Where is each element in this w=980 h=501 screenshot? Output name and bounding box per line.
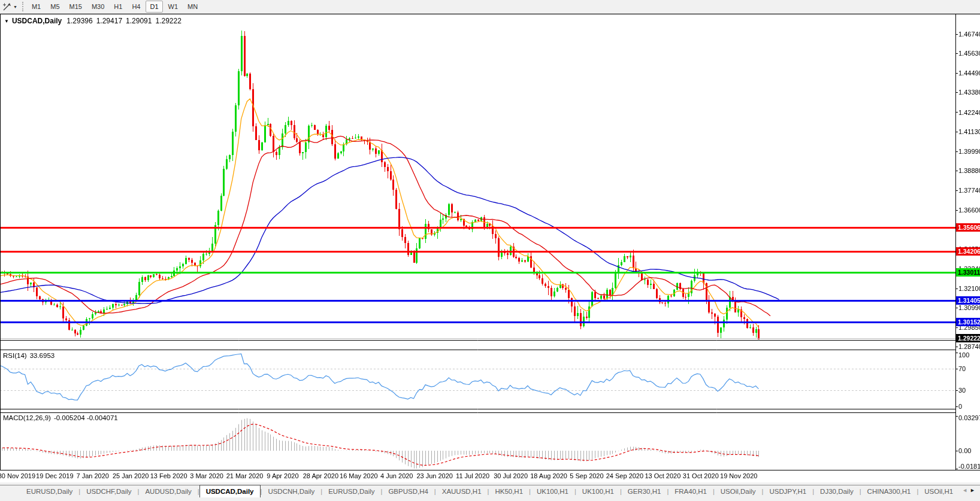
price-tick-label: 1.37740	[958, 187, 980, 194]
date-tick-label: 13 Oct 2020	[645, 472, 680, 479]
price-tick-label: 1.43380	[958, 89, 980, 96]
ohlc-high: 1.29417	[96, 17, 122, 25]
price-level-tag: 1.35606	[956, 223, 980, 232]
toolbar-grip[interactable]	[22, 2, 23, 11]
date-tick-label: 23 Jun 2020	[416, 472, 453, 479]
chart-tab-uk100[interactable]: UK100,H1	[576, 486, 620, 497]
date-tick-label: 4 Jun 2020	[380, 472, 413, 479]
rsi-scale-label: 0	[958, 403, 962, 410]
macd-value: -0.005204 -0.004071	[54, 414, 118, 421]
timeframe-button-m5[interactable]: M5	[46, 1, 63, 13]
mt4-terminal: ▼ M1M5M15M30H1H4D1W1MN ▼USDCAD,Daily1.29…	[0, 0, 980, 501]
rsi-scale-label: 30	[958, 387, 966, 394]
timeframe-button-h4[interactable]: H4	[128, 1, 144, 13]
date-tick-label: 5 Sep 2020	[570, 472, 603, 479]
date-tick-label: 24 Sep 2020	[606, 472, 643, 479]
tab-scroll-nav: ◄►	[962, 487, 978, 493]
ohlc-close: 1.29222	[155, 17, 181, 25]
chart-tab-usoil[interactable]: USOil,Daily	[715, 486, 762, 497]
ohlc-low: 1.29091	[126, 17, 152, 25]
chart-tab-usdcnh[interactable]: USDCNH,Daily	[262, 486, 320, 497]
collapse-caret-icon[interactable]: ▼	[4, 19, 9, 24]
chart-tab-dj30[interactable]: DJ30,Daily	[814, 486, 860, 497]
current-price-tag: 1.29222	[956, 334, 980, 342]
chart-tab-usdchf[interactable]: USDCHF,Daily	[80, 486, 137, 497]
date-tick-label: 19 Dec 2019	[36, 472, 73, 479]
date-tick-label: 30 Nov 2019	[0, 472, 35, 479]
date-tick-label: 7 Jan 2020	[77, 472, 109, 479]
date-tick-label: 9 Apr 2020	[267, 472, 298, 479]
rsi-header: RSI(14)33.6953	[3, 352, 55, 359]
chart-tab-usdcad-active[interactable]: USDCAD,Daily	[199, 485, 261, 497]
tab-scroll-right-icon[interactable]: ►	[970, 487, 978, 493]
timeframe-buttons: M1M5M15M30H1H4D1W1MN	[27, 1, 202, 13]
chart-tab-fra40[interactable]: FRA40,H1	[669, 486, 713, 497]
price-tick-label: 1.41130	[958, 128, 980, 135]
timeframe-button-m15[interactable]: M15	[65, 1, 86, 13]
timeframe-button-m1[interactable]: M1	[28, 1, 45, 13]
chart-tab-xauusd[interactable]: XAUUSD,H1	[436, 486, 488, 497]
ohlc-open: 1.29396	[66, 17, 92, 25]
timeframe-toolbar: ▼ M1M5M15M30H1H4D1W1MN	[0, 0, 980, 14]
chart-tab-uk100[interactable]: UK100,H1	[531, 486, 574, 497]
chart-tab-gbpusd[interactable]: GBPUSD,H4	[382, 486, 434, 497]
chart-tab-china300[interactable]: CHINA300,H1	[861, 486, 917, 497]
price-tick-label: 1.30990	[958, 304, 980, 311]
chart-header: ▼USDCAD,Daily1.293961.294171.290911.2922…	[4, 17, 185, 25]
chart-tab-hk50[interactable]: HK50,H1	[489, 486, 529, 497]
timeframe-button-d1[interactable]: D1	[146, 1, 162, 13]
dropdown-caret-icon: ▼	[13, 5, 17, 9]
price-tick-label: 1.38880	[958, 167, 980, 174]
date-tick-label: 18 Aug 2020	[530, 472, 567, 479]
chart-tab-ger30[interactable]: GER30,H1	[622, 486, 667, 497]
price-tick-label: 1.42240	[958, 109, 980, 116]
timeframe-button-mn[interactable]: MN	[183, 1, 202, 13]
macd-label: MACD(12,26,9)	[3, 414, 51, 421]
price-tick-label: 1.32100	[958, 285, 980, 292]
timeframe-button-h1[interactable]: H1	[110, 1, 126, 13]
price-tick-label: 1.46740	[958, 31, 980, 38]
tab-scroll-left-icon[interactable]: ◄	[962, 487, 970, 493]
chart-tab-audusd[interactable]: AUDUSD,Daily	[139, 486, 197, 497]
chart-tabs-bar: EURUSD,Daily|USDCHF,Daily|AUDUSD,Daily|U…	[0, 482, 980, 501]
macd-scale-label: 0.00	[958, 447, 971, 454]
chart-tab-eurusd[interactable]: EURUSD,Daily	[20, 486, 78, 497]
price-tick-label: 1.45630	[958, 50, 980, 57]
rsi-value: 33.6953	[30, 352, 55, 359]
symbol-period-label: USDCAD,Daily	[12, 17, 62, 25]
date-tick-label: 31 Oct 2020	[683, 472, 719, 479]
date-tick-label: 11 Jul 2020	[456, 472, 489, 479]
macd-scale-label: 0.03297	[958, 414, 980, 421]
rsi-scale-label: 70	[958, 365, 966, 372]
price-tick-label: 1.44490	[958, 69, 980, 77]
chart-tabs: EURUSD,Daily|USDCHF,Daily|AUDUSD,Daily|U…	[0, 485, 980, 497]
macd-scale-label: -0.01815	[958, 463, 980, 470]
date-tick-label: 28 Apr 2020	[303, 472, 338, 479]
date-tick-label: 13 Feb 2020	[150, 472, 187, 479]
chart-tab-eurusd[interactable]: EURUSD,Daily	[322, 486, 380, 497]
chart-tab-usoil[interactable]: USOil,H1	[918, 486, 959, 497]
price-level-tag: 1.30152	[956, 318, 980, 326]
timeframe-button-w1[interactable]: W1	[164, 1, 183, 13]
date-tick-label: 16 May 2020	[340, 472, 378, 479]
price-level-tag: 1.33011	[956, 268, 980, 277]
timeframe-button-m30[interactable]: M30	[87, 1, 108, 13]
crosshair-tool-button[interactable]: ▼	[0, 1, 20, 13]
price-tick-label: 1.36600	[958, 207, 980, 214]
rsi-label: RSI(14)	[3, 352, 27, 359]
rsi-scale-label: 100	[958, 351, 969, 359]
chart-tab-usdjpy[interactable]: USDJPY,H1	[763, 486, 812, 497]
date-tick-label: 30 Jul 2020	[494, 472, 528, 479]
price-level-tag: 1.34206	[956, 247, 980, 256]
price-level-tag: 1.31405	[956, 296, 980, 305]
price-tick-label: 1.28740	[958, 343, 980, 350]
crosshair-tool-icon	[2, 2, 11, 11]
date-tick-label: 21 Mar 2020	[226, 472, 264, 479]
price-tick-label: 1.39990	[958, 148, 980, 155]
macd-header: MACD(12,26,9)-0.005204 -0.004071	[3, 414, 118, 421]
price-chart-canvas[interactable]	[0, 0, 980, 501]
date-tick-label: 19 Nov 2020	[720, 472, 757, 479]
date-tick-label: 25 Jan 2020	[113, 472, 149, 479]
date-tick-label: 3 Mar 2020	[190, 472, 223, 479]
